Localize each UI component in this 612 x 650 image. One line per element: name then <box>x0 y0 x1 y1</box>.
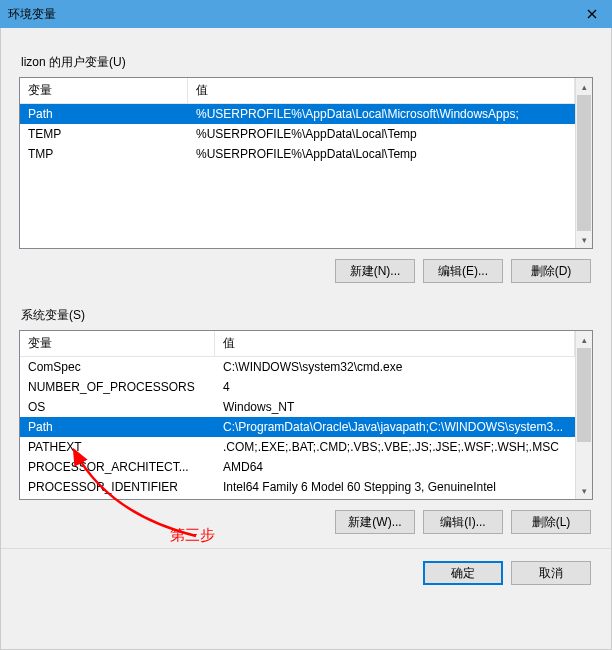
cell-var-value: %USERPROFILE%\AppData\Local\Temp <box>188 126 575 142</box>
cell-var-name: TMP <box>20 146 188 162</box>
table-row[interactable]: Path%USERPROFILE%\AppData\Local\Microsof… <box>20 104 575 124</box>
scroll-up-icon[interactable]: ▴ <box>576 78 592 95</box>
list-header[interactable]: 变量 值 <box>20 78 575 104</box>
scrollbar[interactable]: ▴ ▾ <box>575 78 592 248</box>
scroll-up-icon[interactable]: ▴ <box>576 331 592 348</box>
sys-new-button[interactable]: 新建(W)... <box>335 510 415 534</box>
title-bar: 环境变量 <box>0 0 612 28</box>
scroll-track[interactable] <box>576 95 592 231</box>
close-button[interactable] <box>572 0 612 28</box>
scroll-track[interactable] <box>576 348 592 482</box>
scroll-thumb[interactable] <box>577 95 591 231</box>
cell-var-value: 4 <box>215 379 575 395</box>
cell-var-value: C:\ProgramData\Oracle\Java\javapath;C:\W… <box>215 419 575 435</box>
scroll-down-icon[interactable]: ▾ <box>576 482 592 499</box>
user-edit-button[interactable]: 编辑(E)... <box>423 259 503 283</box>
sys-edit-button[interactable]: 编辑(I)... <box>423 510 503 534</box>
table-row[interactable]: ComSpecC:\WINDOWS\system32\cmd.exe <box>20 357 575 377</box>
dialog-body: lizon 的用户变量(U) 变量 值 Path%USERPROFILE%\Ap… <box>0 28 612 650</box>
user-button-row: 新建(N)... 编辑(E)... 删除(D) <box>19 259 591 283</box>
user-new-button[interactable]: 新建(N)... <box>335 259 415 283</box>
cell-var-value: .COM;.EXE;.BAT;.CMD;.VBS;.VBE;.JS;.JSE;.… <box>215 439 575 455</box>
cancel-button[interactable]: 取消 <box>511 561 591 585</box>
table-row[interactable]: OSWindows_NT <box>20 397 575 417</box>
user-vars-list[interactable]: 变量 值 Path%USERPROFILE%\AppData\Local\Mic… <box>19 77 593 249</box>
ok-button[interactable]: 确定 <box>423 561 503 585</box>
sys-vars-label: 系统变量(S) <box>21 307 593 324</box>
table-row[interactable]: TMP%USERPROFILE%\AppData\Local\Temp <box>20 144 575 164</box>
cell-var-name: PROCESSOR_ARCHITECT... <box>20 459 215 475</box>
dialog-button-row: 确定 取消 <box>19 561 591 585</box>
cell-var-name: ComSpec <box>20 359 215 375</box>
cell-var-name: TEMP <box>20 126 188 142</box>
separator <box>1 548 611 549</box>
window-title: 环境变量 <box>8 6 56 23</box>
table-row[interactable]: PROCESSOR_ARCHITECT...AMD64 <box>20 457 575 477</box>
col-header-value[interactable]: 值 <box>188 78 575 103</box>
list-header[interactable]: 变量 值 <box>20 331 575 357</box>
table-row[interactable]: PROCESSOR_IDENTIFIERIntel64 Family 6 Mod… <box>20 477 575 497</box>
table-row[interactable]: NUMBER_OF_PROCESSORS4 <box>20 377 575 397</box>
sys-button-row: 新建(W)... 编辑(I)... 删除(L) <box>19 510 591 534</box>
cell-var-name: NUMBER_OF_PROCESSORS <box>20 379 215 395</box>
col-header-name[interactable]: 变量 <box>20 331 215 356</box>
scroll-down-icon[interactable]: ▾ <box>576 231 592 248</box>
user-delete-button[interactable]: 删除(D) <box>511 259 591 283</box>
cell-var-name: PATHEXT <box>20 439 215 455</box>
cell-var-name: PROCESSOR_IDENTIFIER <box>20 479 215 495</box>
col-header-value[interactable]: 值 <box>215 331 575 356</box>
cell-var-value: Windows_NT <box>215 399 575 415</box>
sys-delete-button[interactable]: 删除(L) <box>511 510 591 534</box>
cell-var-value: C:\WINDOWS\system32\cmd.exe <box>215 359 575 375</box>
cell-var-name: Path <box>20 419 215 435</box>
cell-var-name: OS <box>20 399 215 415</box>
scroll-thumb[interactable] <box>577 348 591 442</box>
scrollbar[interactable]: ▴ ▾ <box>575 331 592 499</box>
cell-var-value: %USERPROFILE%\AppData\Local\Microsoft\Wi… <box>188 106 575 122</box>
table-row[interactable]: TEMP%USERPROFILE%\AppData\Local\Temp <box>20 124 575 144</box>
table-row[interactable]: PATHEXT.COM;.EXE;.BAT;.CMD;.VBS;.VBE;.JS… <box>20 437 575 457</box>
cell-var-value: Intel64 Family 6 Model 60 Stepping 3, Ge… <box>215 479 575 495</box>
sys-vars-list[interactable]: 变量 值 ComSpecC:\WINDOWS\system32\cmd.exeN… <box>19 330 593 500</box>
cell-var-value: AMD64 <box>215 459 575 475</box>
table-row[interactable]: PathC:\ProgramData\Oracle\Java\javapath;… <box>20 417 575 437</box>
annotation-text: 第三步 <box>170 526 215 545</box>
col-header-name[interactable]: 变量 <box>20 78 188 103</box>
cell-var-name: Path <box>20 106 188 122</box>
user-vars-label: lizon 的用户变量(U) <box>21 54 593 71</box>
cell-var-value: %USERPROFILE%\AppData\Local\Temp <box>188 146 575 162</box>
